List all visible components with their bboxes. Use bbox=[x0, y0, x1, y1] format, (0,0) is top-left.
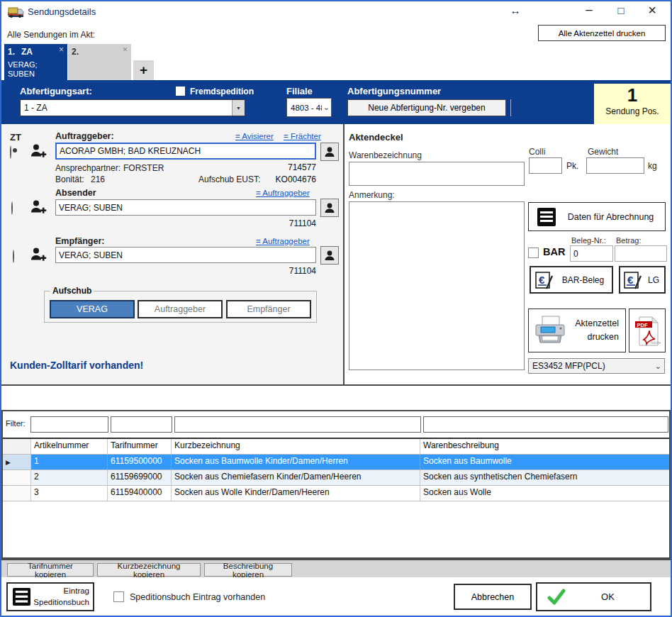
colli-input[interactable] bbox=[529, 157, 562, 174]
kurzbezeichnung-kopieren-button[interactable]: Kurzbezeichnung kopieren bbox=[97, 563, 201, 577]
fremdspedition-label: Fremdspedition bbox=[190, 87, 254, 96]
empfaenger-auftraggeber-link[interactable]: = Auftraggeber bbox=[256, 237, 310, 245]
cell-tarifnummer[interactable]: 61159699000 bbox=[108, 470, 172, 485]
resize-arrows-icon[interactable]: ↔ bbox=[506, 4, 525, 16]
auftraggeber-input[interactable] bbox=[55, 143, 316, 160]
zt-empfaenger-radio[interactable] bbox=[13, 250, 14, 263]
title-bar: Sendungsdetails ↔ – □ × bbox=[1, 1, 671, 23]
warenbezeichnung-textarea[interactable] bbox=[349, 162, 525, 186]
printer-select[interactable]: ES3452 MFP(PCL) ⌄ bbox=[528, 358, 665, 374]
abfertigungsart-select[interactable]: 1 - ZA ▼ bbox=[20, 99, 245, 116]
svg-text:€: € bbox=[627, 274, 634, 286]
lg-button[interactable]: € LG bbox=[619, 266, 666, 294]
kunden-zolltarif-hint: Kunden-Zolltarif vorhanden! bbox=[10, 360, 143, 371]
parties-panel: ZT Auftraggeber: = Avisierer = Frächter … bbox=[1, 124, 343, 384]
betrag-input[interactable] bbox=[615, 245, 667, 262]
empfaenger-contact-button[interactable] bbox=[320, 246, 339, 265]
cell-artikelnummer[interactable]: 1 bbox=[31, 455, 108, 469]
svg-text:€: € bbox=[539, 274, 545, 286]
zt-absender-radio[interactable] bbox=[11, 201, 13, 215]
table-row[interactable]: ▶ 1 61159500000 Socken aus Baumwolle Kin… bbox=[3, 455, 669, 470]
beschreibung-kopieren-button[interactable]: Beschreibung kopieren bbox=[204, 563, 292, 577]
bar-checkbox[interactable] bbox=[528, 248, 539, 258]
close-button[interactable]: × bbox=[644, 2, 661, 18]
cell-kurzbezeichnung[interactable]: Socken aus Baumwolle Kinder/Damen/Herren bbox=[172, 455, 420, 469]
dispatch-bar: Abfertigungsart: 1 - ZA ▼ Fremdspedition… bbox=[1, 80, 671, 124]
svg-text:PDF: PDF bbox=[637, 322, 648, 328]
table-row[interactable]: 2 61159699000 Socken aus Chemiefasern Ki… bbox=[3, 470, 669, 486]
tab2-close-icon[interactable]: × bbox=[123, 45, 128, 54]
bar-beleg-button[interactable]: € BAR-Beleg bbox=[530, 266, 613, 294]
row-selector-cell bbox=[3, 470, 31, 485]
cell-warenbeschreibung[interactable]: Socken aus Wolle bbox=[420, 486, 669, 501]
add-contact-icon[interactable] bbox=[30, 143, 47, 162]
abfertigungsart-label: Abfertigungsart: bbox=[20, 86, 92, 96]
add-tab-button[interactable]: + bbox=[133, 60, 154, 80]
empfaenger-input[interactable] bbox=[55, 247, 316, 263]
aufschub-auftraggeber-button[interactable]: Auftraggeber bbox=[138, 300, 223, 318]
cell-artikelnummer[interactable]: 3 bbox=[31, 486, 108, 501]
table-row[interactable]: 3 61159400000 Socken aus Wolle Kinder/Da… bbox=[3, 486, 669, 501]
beleg-nr-input[interactable] bbox=[570, 245, 613, 262]
dispatch-separator bbox=[510, 99, 511, 116]
gewicht-input[interactable] bbox=[586, 157, 644, 174]
fraechter-link[interactable]: = Frächter bbox=[284, 132, 321, 140]
cell-tarifnummer[interactable]: 61159400000 bbox=[108, 486, 172, 501]
col-header-tarifnummer[interactable]: Tarifnummer bbox=[108, 439, 172, 454]
absender-contact-button[interactable] bbox=[320, 199, 339, 217]
avisierer-link[interactable]: = Avisierer bbox=[235, 132, 274, 140]
euro-receipt-icon: € bbox=[623, 270, 643, 290]
fremdspedition-checkbox[interactable] bbox=[176, 87, 185, 96]
col-header-kurzbezeichnung[interactable]: Kurzbezeichnung bbox=[172, 439, 420, 454]
maximize-button[interactable]: □ bbox=[613, 4, 629, 16]
alle-aktenzettel-drucken-button[interactable]: Alle Aktenzettel drucken bbox=[538, 25, 666, 41]
colli-label: Colli bbox=[529, 147, 545, 157]
articles-section: Filter: Artikelnummer Tarifnummer Kurzbe… bbox=[1, 410, 671, 559]
cell-artikelnummer[interactable]: 2 bbox=[31, 470, 108, 485]
cell-kurzbezeichnung[interactable]: Socken aus Chemiefasern Kinder/Damen/Hee… bbox=[172, 470, 420, 485]
aktenzettel-drucken-button[interactable]: Aktenzettel drucken bbox=[528, 308, 626, 352]
aufschub-empfaenger-button[interactable]: Empfänger bbox=[226, 300, 311, 318]
speditionsbuch-checkbox[interactable] bbox=[113, 591, 124, 602]
zt-auftraggeber-radio[interactable] bbox=[10, 145, 11, 159]
tab-sendung-2[interactable]: 2. × bbox=[68, 44, 131, 80]
filter-kurzbezeichnung-input[interactable] bbox=[174, 416, 421, 433]
colli-unit-label: Pk. bbox=[566, 161, 578, 171]
tab-sendung-1[interactable]: 1. ZA × VERAG; SUBEN bbox=[4, 44, 67, 80]
filter-warenbeschreibung-input[interactable] bbox=[423, 416, 668, 433]
eintrag-speditionsbuch-button[interactable]: Eintrag Speditionsbuch bbox=[6, 582, 94, 611]
ok-button[interactable]: OK bbox=[536, 582, 651, 611]
tab1-code: ZA bbox=[21, 47, 33, 57]
filter-row: Filter: bbox=[3, 411, 669, 438]
filiale-select[interactable]: 4803 - 480 ⌄ bbox=[286, 98, 332, 117]
grid-header-row: Artikelnummer Tarifnummer Kurzbezeichnun… bbox=[3, 439, 669, 455]
anmerkung-textarea[interactable] bbox=[349, 201, 525, 370]
abbrechen-button[interactable]: Abbrechen bbox=[454, 584, 532, 610]
cell-tarifnummer[interactable]: 61159500000 bbox=[108, 455, 172, 469]
add-contact-icon[interactable] bbox=[30, 199, 47, 218]
pdf-button[interactable]: PDF Adobe bbox=[629, 308, 666, 352]
ansprechpartner-value: FORSTER bbox=[123, 163, 164, 173]
minimize-button[interactable]: – bbox=[581, 3, 597, 17]
warenbezeichnung-label: Warenbezeichnung bbox=[349, 150, 422, 160]
bar-label: BAR bbox=[543, 246, 565, 257]
absender-input[interactable] bbox=[55, 199, 316, 216]
pdf-icon: PDF Adobe bbox=[634, 314, 661, 347]
neue-abfertigungsnr-button[interactable]: Neue Abfertigung-Nr. vergeben bbox=[347, 99, 506, 116]
col-header-warenbeschreibung[interactable]: Warenbeschreibung bbox=[420, 439, 669, 454]
cell-warenbeschreibung[interactable]: Socken aus Baumwolle bbox=[420, 455, 669, 469]
cell-kurzbezeichnung[interactable]: Socken aus Wolle Kinder/Damen/Heeren bbox=[172, 486, 420, 501]
aufschub-verag-button[interactable]: VERAG bbox=[50, 300, 135, 318]
auftraggeber-contact-button[interactable] bbox=[320, 143, 339, 161]
daten-abrechnung-button[interactable]: Daten für Abrechnung bbox=[528, 202, 666, 231]
green-check-icon bbox=[547, 589, 566, 606]
cell-warenbeschreibung[interactable]: Socken aus synthetischen Chemiefasern bbox=[420, 470, 669, 485]
filter-artikelnummer-input[interactable] bbox=[30, 416, 108, 433]
filter-tarifnummer-input[interactable] bbox=[111, 416, 172, 433]
col-header-artikelnummer[interactable]: Artikelnummer bbox=[31, 439, 108, 454]
absender-auftraggeber-link[interactable]: = Auftraggeber bbox=[256, 189, 310, 197]
tarifnummer-kopieren-button[interactable]: Tarifnummer kopieren bbox=[7, 563, 94, 577]
add-contact-icon[interactable] bbox=[30, 246, 47, 266]
tab1-close-icon[interactable]: × bbox=[59, 45, 64, 54]
zt-label: ZT bbox=[10, 132, 21, 143]
